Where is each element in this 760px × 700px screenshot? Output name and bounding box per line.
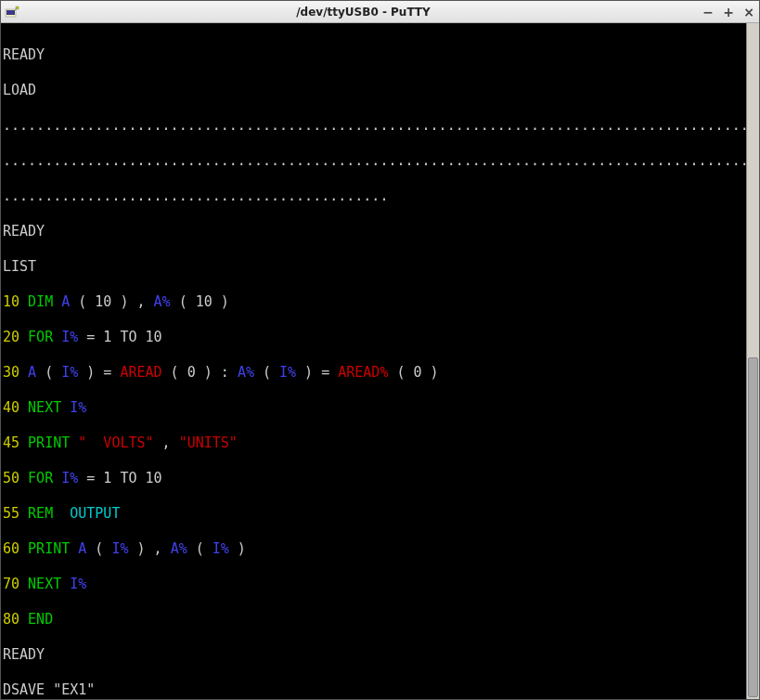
line-40: 40 NEXT I%: [3, 399, 757, 417]
scrollbar-thumb[interactable]: [748, 357, 758, 697]
line-dsave: DSAVE "EX1": [3, 681, 757, 699]
svg-rect-1: [6, 10, 15, 15]
line-45: 45 PRINT " VOLTS" , "UNITS": [3, 434, 757, 452]
putty-window: /dev/ttyUSB0 - PuTTY − + × READY LOAD ..…: [0, 0, 760, 700]
line-50: 50 FOR I% = 1 TO 10: [3, 470, 757, 487]
window-controls: − + ×: [702, 6, 755, 19]
titlebar[interactable]: /dev/ttyUSB0 - PuTTY − + ×: [1, 1, 759, 23]
line-80: 80 END: [3, 611, 757, 629]
line-ready: READY: [3, 223, 757, 240]
line-load: LOAD: [3, 82, 757, 99]
line-dots: ........................................…: [3, 188, 757, 205]
line-10: 10 DIM A ( 10 ) , A% ( 10 ): [3, 293, 757, 311]
minimize-button[interactable]: −: [702, 6, 715, 19]
maximize-button[interactable]: +: [722, 6, 735, 19]
line-30: 30 A ( I% ) = AREAD ( 0 ) : A% ( I% ) = …: [3, 364, 757, 382]
window-title: /dev/ttyUSB0 - PuTTY: [25, 6, 702, 19]
line-dots: ........................................…: [3, 117, 757, 135]
terminal-area[interactable]: READY LOAD .............................…: [1, 23, 759, 699]
svg-line-3: [15, 8, 17, 10]
putty-app-icon: [5, 5, 19, 19]
line-60: 60 PRINT A ( I% ) , A% ( I% ): [3, 540, 757, 558]
line-70: 70 NEXT I%: [3, 576, 757, 593]
scrollbar[interactable]: [746, 23, 759, 699]
line-list: LIST: [3, 258, 757, 276]
line-ready: READY: [3, 646, 757, 664]
close-button[interactable]: ×: [742, 6, 755, 19]
line-20: 20 FOR I% = 1 TO 10: [3, 329, 757, 346]
line-dots: ........................................…: [3, 152, 757, 170]
line-55: 55 REM OUTPUT: [3, 505, 757, 523]
line-ready: READY: [3, 46, 757, 64]
